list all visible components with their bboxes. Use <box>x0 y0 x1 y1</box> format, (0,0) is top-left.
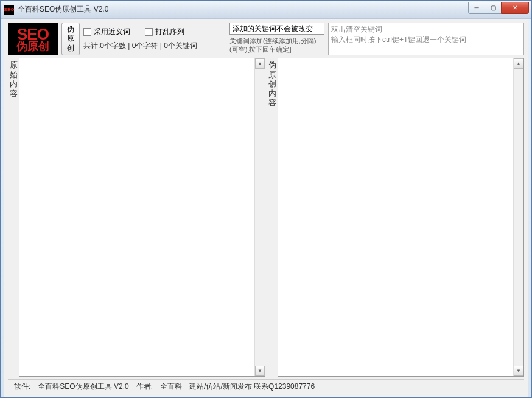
software-name: 全百科SEO伪原创工具 V2.0 <box>38 382 128 392</box>
options-block: 采用近义词 打乱序列 共计:0个字数 | 0个字符 | 0个关键词 <box>83 23 226 55</box>
maximize-button[interactable]: ▢ <box>485 2 502 14</box>
main-panels: 原 始 内 容 ▲ ▼ 伪 原 创 内 <box>4 58 528 379</box>
scrollbar[interactable]: ▲ ▼ <box>513 58 523 376</box>
original-textarea[interactable]: ▲ ▼ <box>19 58 265 377</box>
result-label: 伪 原 创 内 容 <box>267 58 278 377</box>
checkbox-icon <box>83 28 91 36</box>
result-panel: 伪 原 创 内 容 ▲ ▼ <box>267 58 524 377</box>
main-window: SEO 全百科SEO伪原创工具 V2.0 ─ ▢ ✕ SEO 伪原创 伪 原 创 <box>0 0 532 398</box>
scroll-track[interactable] <box>514 69 523 366</box>
app-icon-text: SEO <box>4 7 15 12</box>
shuffle-checkbox[interactable]: 打乱序列 <box>145 27 184 37</box>
generate-button[interactable]: 伪 原 创 <box>61 23 80 55</box>
scroll-up-icon[interactable]: ▲ <box>514 58 523 69</box>
logo-line2: 伪原创 <box>16 41 49 52</box>
scroll-down-icon[interactable]: ▼ <box>514 366 523 376</box>
author-name: 全百科 <box>160 382 182 392</box>
keyword-hint: 关键词添加(连续添加用,分隔)(可空)[按下回车确定] <box>229 37 324 54</box>
author-label: 作者: <box>136 382 153 392</box>
top-panel: SEO 伪原创 伪 原 创 采用近义词 打乱序列 <box>4 19 528 58</box>
scroll-track[interactable] <box>255 69 265 366</box>
synonym-checkbox[interactable]: 采用近义词 <box>83 27 130 37</box>
window-title: 全百科SEO伪原创工具 V2.0 <box>18 4 469 15</box>
app-icon: SEO <box>4 5 14 15</box>
keyword-input[interactable] <box>229 23 324 35</box>
result-textarea[interactable]: ▲ ▼ <box>278 58 524 377</box>
software-label: 软件: <box>14 382 30 392</box>
instruction-line2: 输入框同时按下ctrl键+T键回退一个关键词 <box>331 35 521 45</box>
titlebar[interactable]: SEO 全百科SEO伪原创工具 V2.0 ─ ▢ ✕ <box>1 1 531 19</box>
scroll-down-icon[interactable]: ▼ <box>255 366 265 376</box>
scrollbar[interactable]: ▲ ▼ <box>254 58 265 376</box>
contact-info: 建站/仿站/新闻发布 联系Q1239087776 <box>189 382 315 392</box>
instruction-line1: 双击清空关键词 <box>331 24 521 35</box>
statusbar: 软件: 全百科SEO伪原创工具 V2.0 作者: 全百科 建站/仿站/新闻发布 … <box>8 379 524 394</box>
close-button[interactable]: ✕ <box>501 2 529 14</box>
scroll-up-icon[interactable]: ▲ <box>255 58 265 69</box>
instructions-box[interactable]: 双击清空关键词 输入框同时按下ctrl键+T键回退一个关键词 <box>328 23 524 55</box>
keyword-block: 关键词添加(连续添加用,分隔)(可空)[按下回车确定] <box>229 23 324 55</box>
checkbox-icon <box>145 28 153 36</box>
stats-text: 共计:0个字数 | 0个字符 | 0个关键词 <box>83 41 226 51</box>
original-label: 原 始 内 容 <box>8 58 19 377</box>
synonym-label: 采用近义词 <box>94 27 130 37</box>
logo: SEO 伪原创 <box>8 23 58 55</box>
original-panel: 原 始 内 容 ▲ ▼ <box>8 58 265 377</box>
client-area: SEO 伪原创 伪 原 创 采用近义词 打乱序列 <box>4 19 528 397</box>
checkbox-row: 采用近义词 打乱序列 <box>83 27 226 37</box>
window-controls: ─ ▢ ✕ <box>469 2 529 14</box>
minimize-button[interactable]: ─ <box>468 2 485 14</box>
shuffle-label: 打乱序列 <box>155 27 184 37</box>
